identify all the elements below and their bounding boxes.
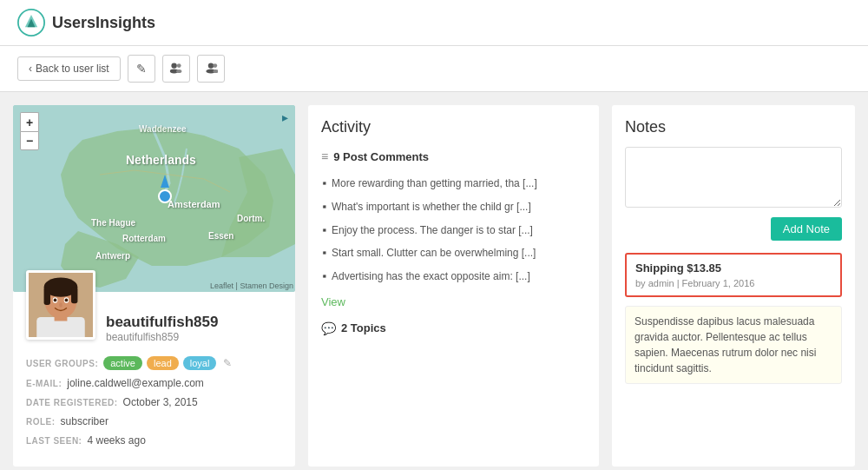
highlighted-note: Shipping $13.85 by admin | February 1, 2… bbox=[625, 253, 842, 297]
user-meta: USER GROUPS: active lead loyal ✎ E-MAIL:… bbox=[26, 356, 282, 447]
main-content: + − Waddenzee Netherlands Amsterdam The … bbox=[0, 92, 868, 470]
map-container[interactable]: + − Waddenzee Netherlands Amsterdam The … bbox=[13, 105, 295, 292]
user-groups: active lead loyal ✎ bbox=[103, 356, 234, 370]
user-groups-row: USER GROUPS: active lead loyal ✎ bbox=[26, 356, 282, 370]
last-seen-value: 4 weeks ago bbox=[87, 434, 145, 447]
note-title: Shipping $13.85 bbox=[635, 261, 832, 275]
email-value: joline.caldwell@example.com bbox=[67, 377, 204, 389]
activity-item-text: More rewarding than getting married, tha… bbox=[332, 176, 537, 191]
date-registered-row: DATE REGISTERED: October 3, 2015 bbox=[26, 396, 282, 408]
app-header: UsersInsights bbox=[0, 0, 868, 46]
user-groups-label: USER GROUPS: bbox=[26, 359, 98, 368]
activity-title: Activity bbox=[321, 118, 586, 136]
list-item: Advertising has the exact opposite aim: … bbox=[321, 265, 586, 288]
activity-item-text: Advertising has the exact opposite aim: … bbox=[332, 269, 530, 284]
list-item: More rewarding than getting married, tha… bbox=[321, 172, 586, 195]
logo-text: UsersInsights bbox=[52, 14, 155, 32]
logo: UsersInsights bbox=[17, 9, 155, 36]
map-attribution: Leaflet | Stamen Design bbox=[210, 281, 293, 290]
last-seen-label: LAST SEEN: bbox=[26, 436, 82, 446]
tag-lead: lead bbox=[147, 356, 179, 370]
post-comments-section: ≡ 9 Post Comments More rewarding than ge… bbox=[321, 149, 586, 308]
map-corner-marker: ▸ bbox=[282, 110, 288, 124]
last-seen-row: LAST SEEN: 4 weeks ago bbox=[26, 434, 282, 447]
avatar bbox=[26, 270, 95, 340]
topics-count: 2 Topics bbox=[341, 321, 386, 334]
edit-user-button[interactable]: ✎ bbox=[128, 55, 155, 83]
notes-title: Notes bbox=[625, 118, 842, 136]
users-icon bbox=[204, 62, 218, 76]
notes-textarea[interactable] bbox=[625, 147, 842, 208]
list-item: Start small. Clutter can be overwhelming… bbox=[321, 242, 586, 265]
activity-items-list: More rewarding than getting married, tha… bbox=[321, 172, 586, 288]
back-to-user-list-button[interactable]: ‹ Back to user list bbox=[17, 56, 121, 81]
plain-note: Suspendisse dapibus lacus malesuada grav… bbox=[625, 306, 842, 384]
map-label-essen: Essen bbox=[208, 231, 233, 241]
map-label-netherlands: Netherlands bbox=[126, 153, 196, 167]
role-value: subscriber bbox=[61, 415, 108, 427]
list-item: What's important is whether the child gr… bbox=[321, 195, 586, 219]
tag-loyal: loyal bbox=[183, 356, 217, 370]
view-link[interactable]: View bbox=[321, 295, 586, 308]
role-label: ROLE: bbox=[26, 417, 56, 427]
logo-icon bbox=[17, 9, 45, 36]
post-comments-header: ≡ 9 Post Comments bbox=[321, 149, 586, 163]
user-names: beautifulfish859 beautifulfish859 bbox=[106, 314, 218, 343]
user-username: beautifulfish859 bbox=[106, 331, 218, 343]
email-row: E-MAIL: joline.caldwell@example.com bbox=[26, 377, 282, 389]
date-registered-value: October 3, 2015 bbox=[123, 396, 198, 408]
activity-item-text: What's important is whether the child gr… bbox=[332, 200, 531, 215]
svg-rect-19 bbox=[44, 288, 50, 305]
chevron-left-icon: ‹ bbox=[29, 63, 32, 75]
topics-section: 💬 2 Topics bbox=[321, 321, 586, 335]
map-label-waddenzee: Waddenzee bbox=[139, 124, 187, 134]
post-comments-count: 9 Post Comments bbox=[333, 150, 429, 163]
svg-rect-20 bbox=[71, 288, 77, 304]
user-card: beautifulfish859 beautifulfish859 USER G… bbox=[13, 292, 295, 467]
map-label-antwerp: Antwerp bbox=[95, 251, 130, 261]
svg-point-23 bbox=[54, 299, 57, 302]
zoom-out-button[interactable]: − bbox=[20, 131, 39, 150]
user-display-name: beautifulfish859 bbox=[106, 314, 218, 331]
comment-icon: ≡ bbox=[321, 149, 328, 163]
add-note-button[interactable]: Add Note bbox=[771, 217, 842, 241]
toolbar: ‹ Back to user list ✎ bbox=[0, 46, 868, 92]
users-button[interactable] bbox=[197, 55, 225, 83]
edit-icon: ✎ bbox=[136, 62, 147, 76]
map-controls: + − bbox=[20, 112, 39, 150]
activity-item-text: Start small. Clutter can be overwhelming… bbox=[332, 246, 536, 261]
email-label: E-MAIL: bbox=[26, 379, 62, 388]
svg-point-4 bbox=[177, 63, 181, 68]
avatar-image bbox=[29, 273, 93, 337]
group-icon bbox=[169, 62, 183, 76]
map-label-rotterdam: Rotterdam bbox=[122, 234, 166, 243]
zoom-in-button[interactable]: + bbox=[20, 112, 39, 131]
svg-point-6 bbox=[176, 70, 181, 73]
group-users-button[interactable] bbox=[162, 55, 190, 83]
topic-icon: 💬 bbox=[321, 321, 336, 335]
role-row: ROLE: subscriber bbox=[26, 415, 282, 427]
map-label-amsterdam: Amsterdam bbox=[168, 199, 220, 209]
svg-point-3 bbox=[171, 63, 176, 68]
map-label-dortm: Dortm. bbox=[237, 214, 265, 223]
note-body: Suspendisse dapibus lacus malesuada grav… bbox=[635, 314, 832, 376]
date-registered-label: DATE REGISTERED: bbox=[26, 398, 118, 407]
edit-groups-button[interactable]: ✎ bbox=[220, 356, 234, 370]
tag-active: active bbox=[103, 356, 142, 370]
user-avatar-row: beautifulfish859 beautifulfish859 bbox=[26, 305, 282, 343]
svg-point-7 bbox=[208, 63, 214, 68]
activity-panel: Activity ≡ 9 Post Comments More rewardin… bbox=[308, 105, 599, 467]
svg-point-25 bbox=[59, 302, 62, 308]
list-item: Enjoy the process. The danger is to star… bbox=[321, 219, 586, 242]
activity-item-text: Enjoy the process. The danger is to star… bbox=[332, 223, 533, 238]
svg-point-24 bbox=[65, 299, 69, 302]
left-panel: + − Waddenzee Netherlands Amsterdam The … bbox=[13, 105, 295, 467]
map-label-the-hague: The Hague bbox=[91, 218, 135, 228]
notes-panel: Notes Add Note Shipping $13.85 by admin … bbox=[612, 105, 855, 467]
svg-point-9 bbox=[213, 63, 217, 68]
note-meta: by admin | February 1, 2016 bbox=[635, 278, 832, 288]
